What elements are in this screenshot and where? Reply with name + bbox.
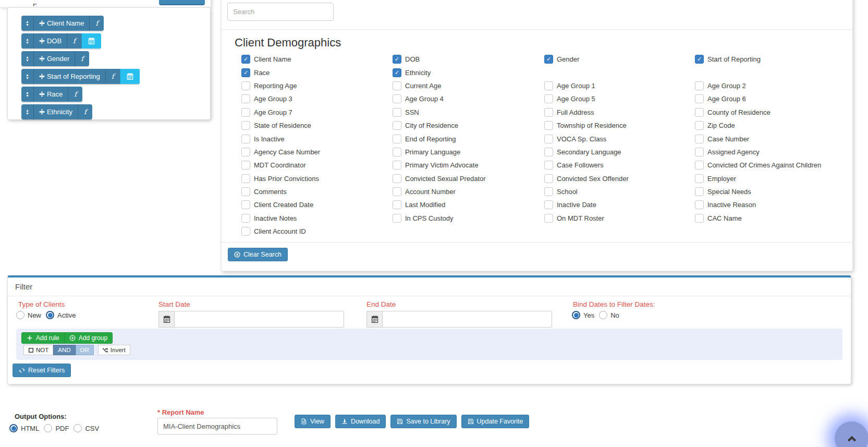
checkbox-client-account-id[interactable] <box>241 227 250 236</box>
checkbox-state-of-residence[interactable] <box>241 121 250 130</box>
sort-handle[interactable]: ▲▼ <box>21 51 33 66</box>
checkbox-primary-victim-advocate[interactable] <box>393 161 401 170</box>
checkbox-zip-code[interactable] <box>695 121 704 130</box>
sort-handle[interactable]: ▲▼ <box>21 16 33 31</box>
radio-option-active[interactable]: Active <box>46 311 76 319</box>
report-name-input[interactable] <box>157 418 277 434</box>
or-toggle[interactable]: OR <box>76 345 94 355</box>
checkbox-account-number[interactable] <box>393 187 401 196</box>
add-group-button[interactable]: Add group <box>64 332 113 344</box>
button-label: NOT <box>36 347 48 353</box>
invert-button[interactable]: Invert <box>98 345 130 355</box>
checkbox-current-age[interactable] <box>393 81 401 90</box>
checkbox-gender[interactable]: ✓ <box>544 55 553 64</box>
checkbox-race[interactable]: ✓ <box>241 68 250 77</box>
field-chip-ethnicity[interactable]: ▲▼Ethnicityf <box>21 104 92 119</box>
checkbox-age-group-3[interactable] <box>241 94 250 103</box>
checkbox-convicted-of-crimes-against-children[interactable] <box>695 161 704 170</box>
radio-option-pdf[interactable]: PDF <box>44 424 69 432</box>
radio-option-csv[interactable]: CSV <box>74 424 99 432</box>
checkbox-age-group-2[interactable] <box>695 81 704 90</box>
checkbox-ethnicity[interactable]: ✓ <box>393 68 401 77</box>
checkbox-in-cps-custody[interactable] <box>393 214 401 223</box>
checkbox-dob[interactable]: ✓ <box>393 55 401 64</box>
button-update-favorite[interactable]: Update Favorite <box>461 415 530 428</box>
checkbox-county-of-residence[interactable] <box>695 108 704 117</box>
checkbox-end-of-reporting[interactable] <box>393 135 401 143</box>
checkbox-inactive-reason[interactable] <box>695 200 704 209</box>
checkbox-start-of-reporting[interactable]: ✓ <box>695 55 704 64</box>
function-button[interactable]: f <box>68 87 82 102</box>
checkbox-age-group-7[interactable] <box>241 108 250 117</box>
clear-search-button[interactable]: Clear Search <box>228 248 288 261</box>
checkbox-agency-case-number[interactable] <box>241 148 250 156</box>
button-save-to-library[interactable]: Save to Library <box>390 415 456 428</box>
radio-option-yes[interactable]: Yes <box>572 311 594 319</box>
not-toggle[interactable]: NOT <box>23 345 53 355</box>
radio-option-new[interactable]: New <box>16 311 41 319</box>
function-button[interactable]: f <box>78 104 92 119</box>
calendar-icon[interactable] <box>366 311 382 328</box>
checkbox-mdt-coordinator[interactable] <box>241 161 250 170</box>
calendar-button[interactable] <box>120 69 140 84</box>
checkbox-age-group-6[interactable] <box>695 94 704 103</box>
checkbox-case-number[interactable] <box>695 135 704 143</box>
button-view[interactable]: View <box>295 415 331 428</box>
truncated-button-fragment[interactable] <box>159 0 205 5</box>
checkbox-inactive-notes[interactable] <box>241 214 250 223</box>
checkbox-assigned-agency[interactable] <box>695 148 704 156</box>
sort-handle[interactable]: ▲▼ <box>21 104 33 119</box>
checkbox-on-mdt-roster[interactable] <box>544 214 553 223</box>
checkbox-ssn[interactable] <box>393 108 401 117</box>
checkbox-client-name[interactable]: ✓ <box>241 55 250 64</box>
checkbox-reporting-age[interactable] <box>241 81 250 90</box>
checkbox-primary-language[interactable] <box>393 148 401 156</box>
sort-handle[interactable]: ▲▼ <box>21 69 33 84</box>
button-download[interactable]: Download <box>335 415 386 428</box>
checkbox-case-followers[interactable] <box>544 161 553 170</box>
checkbox-last-modified[interactable] <box>393 200 401 209</box>
checkbox-voca-sp-class[interactable] <box>544 135 553 143</box>
function-button[interactable]: f <box>75 51 89 66</box>
field-chip-start-of-reporting[interactable]: ▲▼Start of Reportingf <box>21 69 140 84</box>
sort-handle[interactable]: ▲▼ <box>21 87 33 102</box>
scroll-to-top-button[interactable] <box>835 421 868 447</box>
checkbox-secondary-language[interactable] <box>544 148 553 156</box>
checkbox-convicted-sex-offender[interactable] <box>544 174 553 183</box>
radio-option-no[interactable]: No <box>599 311 619 319</box>
checkbox-employer[interactable] <box>695 174 704 183</box>
checkbox-township-of-residence[interactable] <box>544 121 553 130</box>
checkbox-full-address[interactable] <box>544 108 553 117</box>
checkbox-is-inactive[interactable] <box>241 135 250 143</box>
reset-filters-button[interactable]: Reset Filters <box>13 364 71 377</box>
function-button[interactable]: f <box>67 33 81 49</box>
checkbox-age-group-1[interactable] <box>544 81 553 90</box>
add-rule-button[interactable]: Add rule <box>21 332 65 344</box>
checkbox-cac-name[interactable] <box>695 214 704 223</box>
field-chip-dob[interactable]: ▲▼DOBf <box>21 33 101 49</box>
checkbox-comments[interactable] <box>241 187 250 196</box>
start-date-input[interactable] <box>174 311 344 328</box>
end-date-input[interactable] <box>382 311 552 328</box>
calendar-button[interactable] <box>81 33 101 49</box>
sort-handle[interactable]: ▲▼ <box>21 33 33 49</box>
search-input[interactable] <box>227 3 334 21</box>
calendar-icon[interactable] <box>158 311 174 328</box>
field-chip-client-name[interactable]: ▲▼Client Namef <box>21 16 104 31</box>
function-button[interactable]: f <box>89 16 104 31</box>
checkbox-client-created-date[interactable] <box>241 200 250 209</box>
checkbox-has-prior-convictions[interactable] <box>241 174 250 183</box>
checkbox-school[interactable] <box>544 187 553 196</box>
checkbox-convicted-sexual-predator[interactable] <box>393 174 401 183</box>
checkbox-special-needs[interactable] <box>695 187 704 196</box>
field-chip-gender[interactable]: ▲▼Genderf <box>21 51 89 66</box>
checkbox-inactive-date[interactable] <box>544 200 553 209</box>
radio-label: PDF <box>55 425 69 432</box>
function-button[interactable]: f <box>105 69 120 84</box>
radio-option-html[interactable]: HTML <box>9 424 39 432</box>
field-chip-race[interactable]: ▲▼Racef <box>21 87 82 102</box>
checkbox-city-of-residence[interactable] <box>393 121 401 130</box>
checkbox-age-group-5[interactable] <box>544 94 553 103</box>
checkbox-age-group-4[interactable] <box>393 94 401 103</box>
and-toggle[interactable]: AND <box>53 345 75 355</box>
